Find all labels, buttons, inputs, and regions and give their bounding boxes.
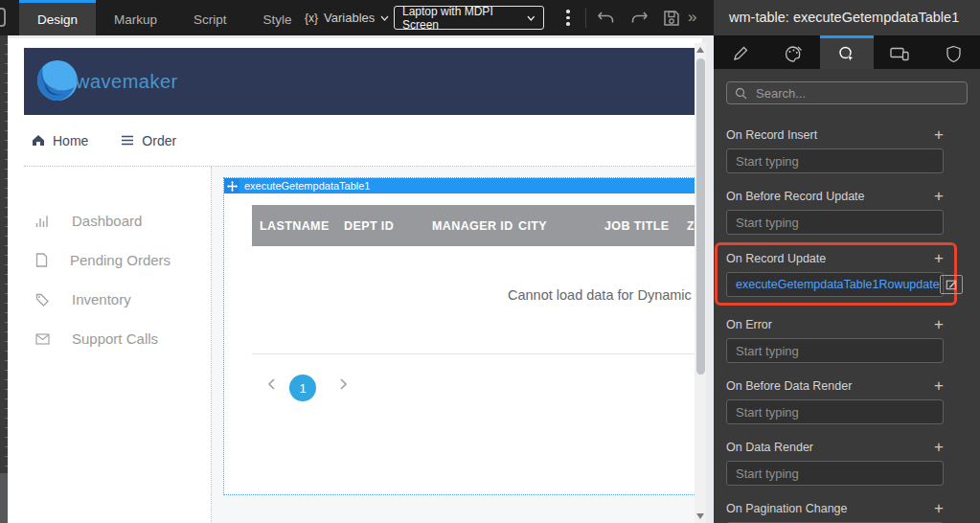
undo-button[interactable] [594, 7, 617, 30]
data-table-widget[interactable]: executeGetempdataTable1 LASTNAME DEPT ID… [223, 177, 702, 495]
panel-tab-events[interactable] [820, 35, 874, 69]
sidebar-item-inventory[interactable]: Inventory [35, 291, 131, 307]
variables-button[interactable]: {x} Variables [305, 0, 389, 35]
event-on-record-insert: On Record Insert + [726, 127, 944, 173]
column-header-lastname[interactable]: LASTNAME [260, 205, 330, 246]
event-input[interactable] [726, 399, 944, 424]
variables-icon: {x} [305, 11, 318, 25]
panel-search[interactable] [726, 81, 968, 104]
app-navbar: Home Order [24, 115, 702, 166]
pagination-page-1[interactable]: 1 [289, 375, 316, 401]
list-icon [121, 135, 134, 146]
canvas-ruler-bottom [0, 473, 8, 523]
toolbar-divider [585, 8, 586, 28]
save-button[interactable] [660, 7, 683, 30]
event-on-error: On Error + [726, 317, 944, 363]
widget-selection-bar[interactable]: executeGetempdataTable1 [224, 178, 702, 193]
devices-icon [890, 46, 910, 61]
table-empty-message: Cannot load data for Dynamic Data [508, 287, 702, 303]
device-selector[interactable]: Laptop with MDPI Screen [394, 6, 544, 30]
cursor-click-icon [837, 45, 856, 63]
panel-tab-markup[interactable] [714, 35, 767, 69]
event-handler-link[interactable]: executeGetempdataTable1Rowupdate [736, 278, 940, 291]
bar-chart-icon [35, 215, 50, 228]
redo-icon [630, 10, 650, 27]
nav-item-order[interactable]: Order [121, 133, 176, 148]
document-icon [35, 253, 48, 267]
column-header-job-title[interactable]: JOB TITLE [604, 205, 670, 246]
event-input[interactable] [726, 338, 944, 363]
sidebar-pending-orders-label: Pending Orders [70, 252, 171, 268]
event-input[interactable] [726, 210, 944, 235]
tab-script-label: Script [194, 12, 227, 27]
table-header-row: LASTNAME DEPT ID MANAGER ID CITY JOB TIT… [252, 205, 702, 246]
properties-panel: wm-table: executeGetempdataTable1 On Rec… [714, 0, 980, 523]
variables-label: Variables [324, 11, 375, 25]
add-event-button[interactable]: + [934, 318, 944, 331]
sidebar-item-support-calls[interactable]: Support Calls [35, 330, 158, 347]
save-icon [662, 9, 681, 28]
event-value-field[interactable]: executeGetempdataTable1Rowupdate [726, 272, 944, 297]
edit-handler-button[interactable] [940, 275, 963, 294]
pencil-icon [732, 45, 749, 62]
search-input[interactable] [754, 85, 959, 102]
search-icon [735, 87, 747, 100]
scroll-down-icon[interactable] [696, 513, 704, 519]
widget-name-label: executeGetempdataTable1 [244, 180, 370, 192]
palette-icon [784, 45, 803, 62]
add-event-button[interactable]: + [934, 128, 944, 142]
event-on-before-record-update: On Before Record Update + [726, 189, 944, 235]
panel-tab-styles[interactable] [767, 35, 821, 69]
more-options-button[interactable] [561, 7, 575, 29]
add-event-button[interactable]: + [934, 252, 944, 265]
sidebar-item-dashboard[interactable]: Dashboard [35, 213, 142, 229]
scroll-up-icon[interactable] [696, 47, 704, 53]
pagination-prev-icon[interactable] [266, 378, 278, 390]
event-on-pagination-change: On Pagination Change + [726, 501, 944, 523]
tab-markup[interactable]: Markup [96, 0, 175, 35]
event-on-record-update: On Record Update + executeGetempdataTabl… [726, 251, 944, 297]
panel-tab-security[interactable] [926, 35, 980, 69]
column-header-city[interactable]: CITY [518, 205, 547, 246]
add-event-button[interactable]: + [934, 190, 944, 203]
studio-toolbar: Design Markup Script Style {x} Variables… [0, 0, 714, 35]
move-handle-icon[interactable] [224, 178, 239, 193]
studio-mode-tabs: Design Markup Script Style [19, 0, 310, 35]
pagination-next-icon[interactable] [337, 378, 349, 390]
add-event-button[interactable]: + [934, 379, 944, 393]
layout-divider-vertical [211, 167, 212, 523]
event-list: On Record Insert + On Before Record Upda… [714, 127, 980, 523]
tab-script[interactable]: Script [175, 0, 245, 35]
tab-design[interactable]: Design [19, 0, 96, 35]
panel-tabs [714, 35, 980, 69]
nav-item-home[interactable]: Home [32, 133, 88, 148]
tab-design-label: Design [37, 12, 78, 27]
nav-home-label: Home [53, 133, 88, 148]
app-header: wavemaker [24, 48, 702, 115]
panel-title: wm-table: executeGetempdataTable1 [714, 0, 980, 35]
device-selector-value: Laptop with MDPI Screen [402, 5, 527, 32]
event-label: On Record Insert [726, 128, 817, 142]
redo-button[interactable] [628, 7, 651, 30]
event-label: On Before Record Update [726, 190, 865, 203]
sidebar-inventory-label: Inventory [72, 291, 131, 307]
tab-style[interactable]: Style [245, 0, 310, 35]
event-label: On Data Render [726, 441, 813, 454]
canvas-scrollbar[interactable] [695, 43, 706, 523]
sidebar-item-pending-orders[interactable]: Pending Orders [35, 252, 171, 268]
tag-icon [35, 293, 50, 307]
add-event-button[interactable]: + [934, 441, 944, 454]
highlight-annotation: On Record Update + executeGetempdataTabl… [715, 242, 957, 306]
table-footer-divider [252, 353, 702, 354]
scrollbar-thumb[interactable] [696, 58, 705, 375]
add-event-button[interactable]: + [934, 502, 944, 515]
event-input[interactable] [726, 148, 944, 173]
expand-panel-button[interactable]: » [688, 5, 696, 30]
envelope-icon [35, 333, 50, 345]
clipped-toolbar-icon [0, 8, 6, 27]
column-header-manager-id[interactable]: MANAGER ID [432, 205, 513, 246]
column-header-dept-id[interactable]: DEPT ID [344, 205, 394, 246]
event-input[interactable] [726, 461, 944, 486]
panel-tab-devices[interactable] [874, 35, 927, 69]
preview-page: wavemaker Home Order Dashboard Pending O… [8, 38, 702, 523]
